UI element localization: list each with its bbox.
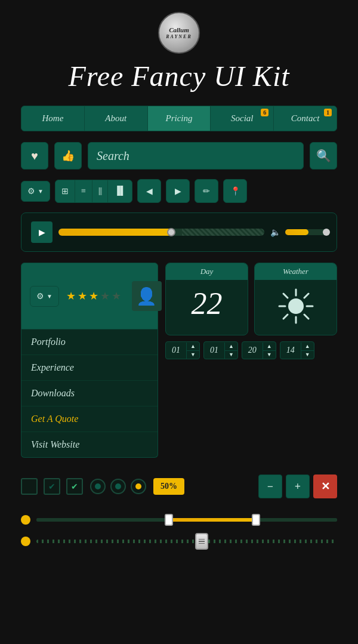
avatar: 👤 xyxy=(132,281,162,311)
menu-item-portfolio[interactable]: Portfolio xyxy=(21,329,158,355)
sliders-section xyxy=(21,515,337,549)
radio-3-dot xyxy=(135,483,141,489)
stepper-2: 01 ▲ ▼ xyxy=(203,341,238,359)
action-buttons: − + ✕ xyxy=(258,474,337,498)
slider-2-track-area[interactable] xyxy=(36,534,337,549)
gear-icon: ⚙ xyxy=(27,186,35,196)
search-input[interactable] xyxy=(97,149,295,163)
like-button[interactable]: 👍 xyxy=(54,142,82,170)
cal-weather-row: Day 22 Weather xyxy=(165,263,337,335)
radio-3[interactable] xyxy=(131,479,146,494)
radio-1[interactable] xyxy=(90,479,106,494)
plus-button[interactable]: + xyxy=(286,474,310,498)
stepper-1: 01 ▲ ▼ xyxy=(165,341,200,359)
checkbox-checked[interactable]: ✔ xyxy=(66,478,83,495)
search-box xyxy=(88,142,304,170)
stepper-4-down[interactable]: ▼ xyxy=(301,351,314,359)
star-5: ★ xyxy=(112,289,121,303)
radio-2[interactable] xyxy=(110,479,126,494)
slider-2-thumb[interactable] xyxy=(195,533,208,550)
stepper-3-arrows: ▲ ▼ xyxy=(263,343,276,359)
menu-item-downloads[interactable]: Downloads xyxy=(21,381,158,406)
stepper-4-up[interactable]: ▲ xyxy=(301,343,314,351)
stepper-2-down[interactable]: ▼ xyxy=(225,351,237,359)
volume-area: 🔈 xyxy=(270,227,327,238)
pin-button[interactable]: 📍 xyxy=(223,179,247,203)
grid-view-button[interactable]: ⊞ xyxy=(55,180,75,202)
minus-button[interactable]: − xyxy=(258,474,282,498)
edit-button[interactable]: ✏ xyxy=(195,179,218,203)
radio-2-dot xyxy=(115,483,121,489)
menu-gear[interactable]: ⚙ ▼ xyxy=(30,286,59,307)
contact-badge: 1 xyxy=(324,109,332,116)
play-button[interactable]: ▶ xyxy=(31,221,53,243)
nav-item-pricing[interactable]: Pricing xyxy=(148,106,211,131)
checkbox-unchecked[interactable] xyxy=(21,478,38,495)
progress-thumb xyxy=(167,228,175,236)
stepper-3-down[interactable]: ▼ xyxy=(263,351,276,359)
stepper-1-up[interactable]: ▲ xyxy=(187,343,199,351)
progress-track[interactable] xyxy=(58,229,264,236)
menu-item-website[interactable]: Visit Website xyxy=(21,432,158,457)
nav-item-home[interactable]: Home xyxy=(21,106,85,131)
weather-header: Weather xyxy=(255,263,337,280)
stepper-2-value: 01 xyxy=(204,342,224,359)
slider-2-dot xyxy=(21,537,30,546)
nav-item-about[interactable]: About xyxy=(85,106,148,131)
view-toggle-group: ⊞ ≡ ||| ▐▌ xyxy=(55,180,132,203)
slider-row-2 xyxy=(21,534,337,549)
menu-item-experience[interactable]: Experience xyxy=(21,355,158,381)
heart-button[interactable]: ♥ xyxy=(21,142,48,170)
nav-item-social[interactable]: Social 6 xyxy=(211,106,274,131)
right-widgets: Day 22 Weather xyxy=(165,263,337,359)
controls-row: ✔ ✔ 50% − + ✕ xyxy=(21,469,337,504)
dropdown-menu: ⚙ ▼ ★ ★ ★ ★ ★ 👤 Post Comment... Name: Th… xyxy=(21,263,158,458)
slider-thumb-right[interactable] xyxy=(252,514,260,526)
star-4: ★ xyxy=(100,289,110,303)
dropdown-header: ⚙ ▼ ★ ★ ★ ★ ★ 👤 Post Comment... Name: Th… xyxy=(21,263,158,329)
column-view-button[interactable]: ||| xyxy=(92,180,108,202)
weather-icon-area xyxy=(255,280,337,335)
avatar-icon: 👤 xyxy=(136,286,157,306)
volume-thumb xyxy=(323,229,330,236)
steppers-row: 01 ▲ ▼ 01 ▲ ▼ 20 ▲ xyxy=(165,341,337,359)
slider-row-1 xyxy=(21,515,337,525)
close-button[interactable]: ✕ xyxy=(313,474,337,498)
social-badge: 6 xyxy=(261,109,268,116)
stepper-1-arrows: ▲ ▼ xyxy=(186,343,199,359)
nav-bar: Home About Pricing Social 6 Contact 1 xyxy=(21,106,337,131)
logo-area: Callum RAYNER xyxy=(21,12,337,54)
star-1: ★ xyxy=(66,289,76,303)
menu-item-quote[interactable]: Get A Quote xyxy=(21,406,158,432)
list-view-button[interactable]: ≡ xyxy=(75,180,92,202)
stepper-3-value: 20 xyxy=(242,342,263,359)
volume-track[interactable] xyxy=(285,229,327,235)
film-view-button[interactable]: ▐▌ xyxy=(108,180,132,202)
prev-button[interactable]: ◀ xyxy=(137,179,161,203)
stepper-3-up[interactable]: ▲ xyxy=(263,343,276,351)
stepper-1-down[interactable]: ▼ xyxy=(187,351,199,359)
gear-dropdown[interactable]: ⚙ ▼ xyxy=(21,181,50,202)
slider-1-track[interactable] xyxy=(36,518,337,522)
logo-circle: Callum RAYNER xyxy=(158,12,200,54)
lower-section: ⚙ ▼ ★ ★ ★ ★ ★ 👤 Post Comment... Name: Th… xyxy=(21,263,337,458)
percent-badge: 50% xyxy=(153,478,184,495)
radio-1-dot xyxy=(95,483,101,489)
checkbox-group: ✔ ✔ xyxy=(21,478,83,495)
next-button[interactable]: ▶ xyxy=(166,179,190,203)
menu-gear-arrow: ▼ xyxy=(47,293,53,300)
calendar-widget: Day 22 xyxy=(165,263,248,335)
slider-1-dot xyxy=(21,515,30,525)
stepper-2-up[interactable]: ▲ xyxy=(225,343,237,351)
calendar-number: 22 xyxy=(166,280,248,329)
dropdown-arrow: ▼ xyxy=(38,188,44,195)
sun-icon xyxy=(278,288,314,324)
svg-line-4 xyxy=(283,294,288,298)
search-button[interactable]: 🔍 xyxy=(310,142,337,170)
menu-items-list: Portfolio Experience Downloads Get A Quo… xyxy=(21,329,158,458)
slider-thumb-left[interactable] xyxy=(165,514,173,526)
checkbox-partial[interactable]: ✔ xyxy=(44,478,60,495)
nav-item-contact[interactable]: Contact 1 xyxy=(274,106,337,131)
slider-range xyxy=(169,518,256,522)
svg-line-6 xyxy=(304,294,308,298)
